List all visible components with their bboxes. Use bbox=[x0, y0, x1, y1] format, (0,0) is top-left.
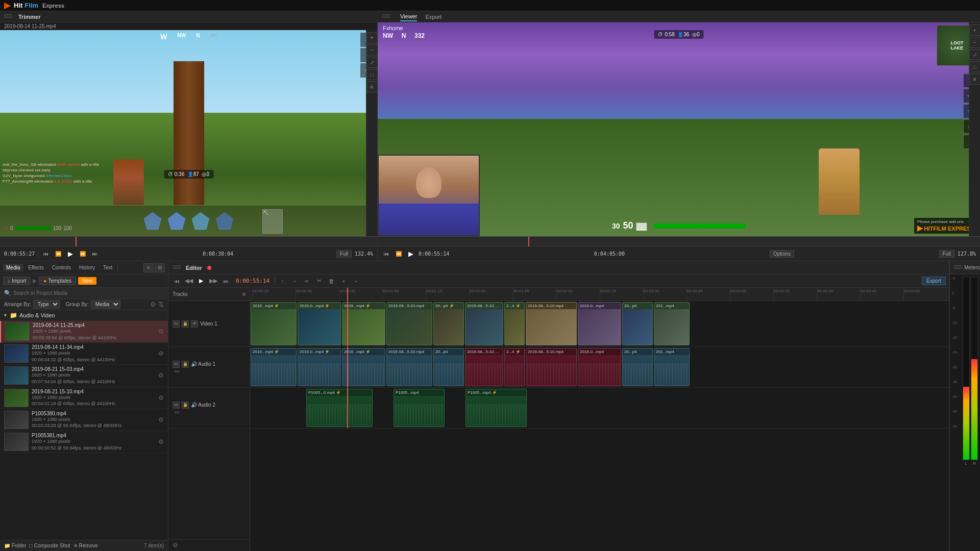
editor-drag-handle[interactable] bbox=[173, 265, 183, 270]
vtool-fit[interactable]: ⤢ bbox=[969, 49, 981, 60]
track-add-btn[interactable]: ⚙ bbox=[173, 542, 178, 549]
media-item-3[interactable]: 2019-08-21 15-10.mp4 980 × 551 pixels … bbox=[0, 387, 168, 409]
viewer-drag-handle[interactable] bbox=[382, 14, 392, 19]
video1-vis-btn[interactable]: 👁 bbox=[191, 320, 198, 328]
tab-effects[interactable]: Effects bbox=[25, 264, 46, 271]
media-item-2[interactable]: 2019-08-21 15-03.mp4 980 × 551 pixels … bbox=[0, 365, 168, 387]
tool-fit[interactable]: ⤢ bbox=[366, 57, 378, 68]
trimmer-timeline[interactable] bbox=[0, 236, 377, 246]
search-input[interactable] bbox=[13, 290, 164, 296]
arrange-settings-btn[interactable]: ⚙ bbox=[150, 300, 156, 308]
tab-text[interactable]: Text bbox=[100, 264, 115, 271]
view-list-btn[interactable]: ≡ bbox=[143, 263, 154, 272]
arrange-select[interactable]: Type bbox=[33, 300, 60, 309]
audio-clip-6[interactable]: 2...4 ⚡ bbox=[504, 348, 525, 386]
audio-clip-7[interactable]: 2019-08-..5-10.mp4 bbox=[526, 348, 577, 386]
viewer-options-btn[interactable]: Options bbox=[770, 250, 794, 258]
audio-clip-9[interactable]: 20...p4 bbox=[622, 348, 653, 386]
folder-audio-video[interactable]: ▼ 📁 Audio & Video bbox=[0, 310, 168, 321]
trimmer-full-btn[interactable]: Full bbox=[336, 250, 352, 258]
video-clip-5[interactable]: 2019-08-..5-10.mp4 bbox=[465, 302, 503, 345]
video-clip-0[interactable]: 2019...mp4 ⚡ bbox=[251, 302, 297, 345]
trimmer-drag-handle[interactable] bbox=[4, 14, 14, 19]
new-button[interactable]: New bbox=[78, 277, 96, 285]
video-clip-1[interactable]: 2019-0...mp4 ⚡ bbox=[298, 302, 341, 345]
audio1-mute-btn[interactable]: M bbox=[173, 361, 180, 368]
video-clip-2[interactable]: 2019...mp4 ⚡ bbox=[342, 302, 385, 345]
audio-clip-3[interactable]: 2019-08-..5-03.mp4 bbox=[386, 348, 432, 386]
media-gear-3[interactable]: ⚙ bbox=[158, 394, 164, 402]
ed-step-back[interactable]: ◀◀ bbox=[184, 277, 194, 286]
editor-export-btn[interactable]: Export bbox=[922, 277, 946, 285]
viewer-play-pause[interactable]: ▶ bbox=[406, 250, 415, 258]
tab-history[interactable]: History bbox=[76, 264, 98, 271]
meters-drag[interactable] bbox=[954, 265, 962, 270]
media-item-1[interactable]: 2019-08-14 11-34.mp4 980 × 551 pixels … bbox=[0, 343, 168, 365]
video-clip-3[interactable]: 2019-08-..5-03.mp4 bbox=[386, 302, 432, 345]
audio1-lock-btn[interactable]: 🔒 bbox=[182, 361, 189, 368]
vtool-realsize[interactable]: □ bbox=[969, 61, 981, 72]
ed-ripple-btn[interactable]: ↕ bbox=[277, 277, 287, 286]
ed-delete-btn[interactable]: 🗑 bbox=[326, 277, 336, 286]
footer-composite-btn[interactable]: □ Composite Shot bbox=[29, 543, 70, 548]
viewer-step-back[interactable]: ⏪ bbox=[394, 250, 403, 258]
templates-button[interactable]: ● Templates bbox=[39, 277, 76, 285]
ed-slip-btn[interactable]: ↔ bbox=[289, 277, 300, 286]
ed-go-start[interactable]: ⏮ bbox=[172, 277, 182, 286]
audio-clip-5[interactable]: 2019-08-..5-10.mp4 bbox=[465, 348, 503, 386]
ed-go-end[interactable]: ⏭ bbox=[220, 277, 231, 286]
video-clip-10[interactable]: 201...mp4 bbox=[654, 302, 690, 345]
tab-viewer[interactable]: Viewer bbox=[400, 12, 417, 21]
trimmer-step-forward[interactable]: ⏩ bbox=[78, 250, 87, 258]
tool-safe[interactable]: ⊞ bbox=[366, 81, 378, 92]
tool-realsize[interactable]: □ bbox=[366, 69, 378, 80]
tab-controls[interactable]: Controls bbox=[49, 264, 74, 271]
audio2-clip-2[interactable]: P1005...mp4 ⚡ bbox=[465, 389, 527, 427]
video-clip-6[interactable]: 2...4 ⚡ bbox=[504, 302, 525, 345]
audio-clip-4[interactable]: 20...p4 bbox=[433, 348, 464, 386]
group-select[interactable]: Media bbox=[91, 300, 120, 309]
vtool-zoom-out[interactable]: − bbox=[969, 37, 981, 48]
footer-remove-btn[interactable]: ✕ Remove bbox=[74, 543, 98, 548]
audio2-clip-1[interactable]: P1005...mp4 bbox=[394, 389, 445, 427]
media-item-5[interactable]: P1005381.mp4 980 × 551 pixels 00:00:50… bbox=[0, 431, 168, 453]
audio2-lock-btn[interactable]: 🔒 bbox=[182, 402, 189, 409]
viewer-full-btn[interactable]: Full bbox=[939, 250, 954, 258]
arrange-sort-btn[interactable]: ⇅ bbox=[158, 300, 164, 308]
tracks-menu-icon[interactable]: ≡ bbox=[242, 291, 246, 297]
timeline-content[interactable]: 00:00:15 00:00:30 00:00:45 00:01:00 00:0… bbox=[250, 288, 949, 551]
viewer-go-start[interactable]: ⏮ bbox=[382, 250, 391, 258]
media-gear-4[interactable]: ⚙ bbox=[158, 416, 164, 423]
video-clip-4[interactable]: 20...p4 ⚡ bbox=[433, 302, 464, 345]
media-gear-1[interactable]: ⚙ bbox=[158, 350, 164, 357]
audio-clip-0[interactable]: 2019...mp4 ⚡ bbox=[251, 348, 297, 386]
media-item-0[interactable]: 2019-08-14 11-25.mp4 980 × 551 pixels … bbox=[0, 321, 168, 343]
audio2-clip-0[interactable]: P1005...0.mp4 ⚡ bbox=[306, 389, 373, 427]
tool-zoom-in[interactable]: + bbox=[366, 32, 378, 43]
media-gear-2[interactable]: ⚙ bbox=[158, 372, 164, 379]
footer-folder-btn[interactable]: 📁 Folder bbox=[4, 543, 26, 548]
vtool-safe[interactable]: ⊞ bbox=[969, 73, 981, 85]
video-clip-7[interactable]: 2019-08-..5-10.mp4 bbox=[526, 302, 577, 345]
audio-clip-2[interactable]: 2019...mp4 ⚡ bbox=[342, 348, 385, 386]
trimmer-go-start[interactable]: ⏮ bbox=[41, 250, 51, 258]
trimmer-go-end[interactable]: ⏭ bbox=[90, 250, 100, 258]
search-bar[interactable]: 🔍 bbox=[0, 288, 168, 299]
viewer-timeline[interactable] bbox=[378, 236, 980, 246]
video1-mute-btn[interactable]: M bbox=[173, 320, 180, 328]
video-clip-8[interactable]: 2019-0...mp4 bbox=[578, 302, 621, 345]
audio-clip-1[interactable]: 2019-0...mp4 ⚡ bbox=[298, 348, 341, 386]
audio-clip-10[interactable]: 201...mp4 bbox=[654, 348, 690, 386]
video-clip-9[interactable]: 20...p4 bbox=[622, 302, 653, 345]
video1-lock-btn[interactable]: 🔒 bbox=[182, 320, 189, 328]
media-gear-0[interactable]: ⚙ bbox=[158, 328, 164, 335]
audio-clip-8[interactable]: 2019-0...mp4 bbox=[578, 348, 621, 386]
trimmer-play-pause[interactable]: ▶ bbox=[66, 250, 75, 258]
ed-play-pause[interactable]: ▶ bbox=[196, 277, 206, 286]
media-gear-5[interactable]: ⚙ bbox=[158, 438, 164, 445]
ed-split-btn[interactable]: ✂ bbox=[314, 277, 324, 286]
vtool-zoom-in[interactable]: + bbox=[969, 24, 981, 36]
ed-zoom-out[interactable]: − bbox=[351, 277, 361, 286]
tab-export[interactable]: Export bbox=[425, 13, 442, 21]
tab-media[interactable]: Media bbox=[3, 264, 23, 271]
